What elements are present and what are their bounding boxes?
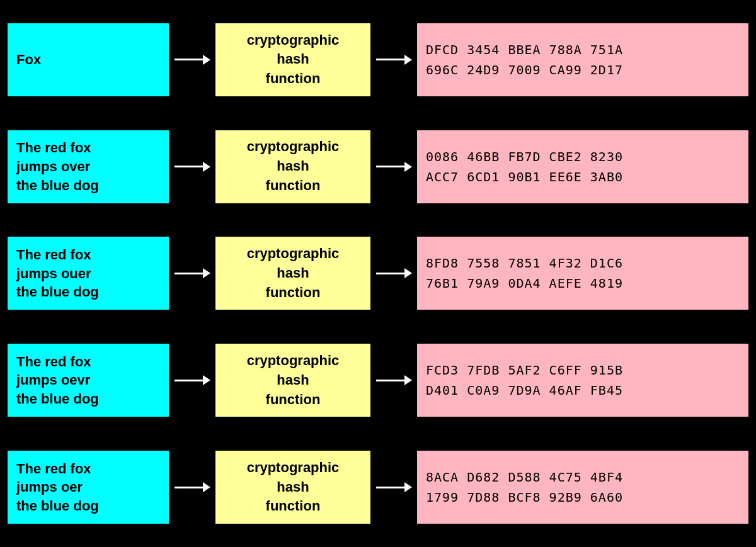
arrow1-1 <box>170 55 214 65</box>
hash-box-1: cryptographic hash function <box>214 22 372 98</box>
row-2: The red fox jumps over the blue dogcrypt… <box>0 116 756 217</box>
input-box-3: The red fox jumps ouer the blue dog <box>6 235 170 311</box>
arrow1-3 <box>170 268 214 278</box>
row-3: The red fox jumps ouer the blue dogcrypt… <box>0 223 756 324</box>
hash-box-4: cryptographic hash function <box>214 342 372 418</box>
arrow2-1 <box>372 55 416 65</box>
arrow1-4 <box>170 375 214 385</box>
row-5: The red fox jumps oer the blue dogcrypto… <box>0 437 756 538</box>
hash-box-5: cryptographic hash function <box>214 449 372 525</box>
row-1: Foxcryptographic hash functionDFCD 3454 … <box>0 9 756 110</box>
arrow2-4 <box>372 375 416 385</box>
input-box-5: The red fox jumps oer the blue dog <box>6 449 170 525</box>
arrow1-2 <box>170 162 214 172</box>
arrow1-5 <box>170 482 214 492</box>
output-box-3: 8FD8 7558 7851 4F32 D1C676B1 79A9 0DA4 A… <box>416 235 750 311</box>
arrow2-5 <box>372 482 416 492</box>
input-box-1: Fox <box>6 22 170 98</box>
arrow2-2 <box>372 162 416 172</box>
output-box-4: FCD3 7FDB 5AF2 C6FF 915BD401 C0A9 7D9A 4… <box>416 342 750 418</box>
output-box-1: DFCD 3454 BBEA 788A 751A696C 24D9 7009 C… <box>416 22 750 98</box>
hash-box-3: cryptographic hash function <box>214 235 372 311</box>
output-box-5: 8ACA D682 D588 4C75 4BF41799 7D88 BCF8 9… <box>416 449 750 525</box>
main-container: Foxcryptographic hash functionDFCD 3454 … <box>0 0 756 547</box>
output-box-2: 0086 46BB FB7D CBE2 8230ACC7 6CD1 90B1 E… <box>416 129 750 205</box>
input-box-4: The red fox jumps oevr the blue dog <box>6 342 170 418</box>
input-box-2: The red fox jumps over the blue dog <box>6 129 170 205</box>
arrow2-3 <box>372 268 416 278</box>
row-4: The red fox jumps oevr the blue dogcrypt… <box>0 330 756 431</box>
hash-box-2: cryptographic hash function <box>214 129 372 205</box>
